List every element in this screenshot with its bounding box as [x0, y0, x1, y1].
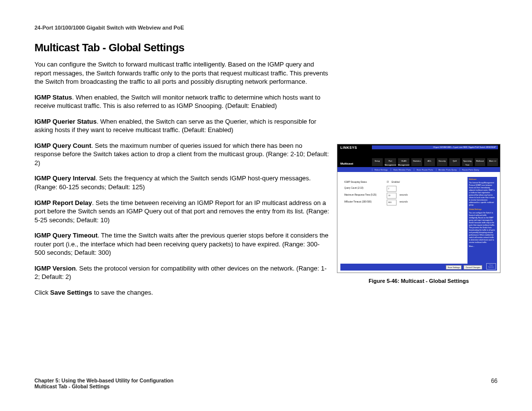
footer-line1: Chapter 5: Using the Web-based Utility f…: [34, 377, 173, 383]
item-label: IGMP Report Delay: [34, 199, 92, 206]
save-suffix: to save the changes.: [92, 289, 153, 296]
item-label: IGMP Query Timeout: [34, 232, 98, 239]
nav-tab[interactable]: Statistics: [411, 158, 422, 166]
item-label: IGMP Query Interval: [34, 174, 96, 182]
figure-screenshot: LINKSYS 24-port 10/100/1000 + 2-port min…: [337, 144, 500, 273]
active-section: Multicast: [340, 162, 353, 165]
save-settings-button[interactable]: Save Settings: [446, 265, 462, 270]
page-footer: 66 Chapter 5: Using the Web-based Utilit…: [34, 377, 498, 389]
nav-tab[interactable]: Multicast: [475, 158, 486, 166]
unit-label: seconds: [399, 193, 408, 199]
item-label: IGMP Version: [34, 265, 76, 272]
field-label: Maximum Response Time (5-25): [344, 193, 384, 199]
settings-form: IGMP Snooping Status☑Enabled Query Count…: [340, 177, 466, 265]
help-more-link[interactable]: More...: [469, 245, 496, 248]
subtab[interactable]: Member Ports Query: [436, 169, 457, 171]
subtab[interactable]: Static Member Ports: [391, 169, 411, 171]
unit-label: seconds: [399, 200, 408, 206]
help-heading: Multicast: [469, 178, 496, 181]
save-prefix: Click: [34, 289, 50, 296]
nav-tab[interactable]: VLAN Management: [398, 158, 409, 166]
help-text: The Internet Group Management Protocol (…: [469, 182, 496, 206]
text-input[interactable]: 10: [387, 193, 397, 199]
nav-tab[interactable]: Spanning Tree: [462, 158, 473, 166]
field-label: MRouter Timeout (300-500): [344, 200, 384, 206]
item-label: IGMP Querier Status: [34, 118, 97, 125]
body-text: You can configure the Switch to forward …: [34, 60, 330, 304]
cisco-logo: Cisco Systems: [486, 263, 496, 270]
checkbox-icon[interactable]: ☑: [387, 180, 389, 185]
subtab[interactable]: Router Ports Query: [460, 169, 479, 171]
doc-header: 24-Port 10/100/1000 Gigabit Switch with …: [34, 25, 498, 31]
text-input[interactable]: 2: [387, 186, 397, 192]
cancel-changes-button[interactable]: Cancel Changes: [464, 265, 482, 270]
nav-tab[interactable]: QoS: [449, 158, 460, 166]
item-text: . Sets the protocol version for compatib…: [34, 265, 327, 281]
help-panel: Multicast The Internet Group Management …: [467, 177, 497, 265]
save-bold: Save Settings: [50, 289, 92, 296]
nav-tab[interactable]: ACL: [424, 158, 435, 166]
field-label: Query Count (2-10): [344, 186, 384, 192]
item-label: IGMP Query Count: [34, 142, 91, 149]
intro-paragraph: You can configure the Switch to forward …: [34, 60, 330, 86]
product-bar: 24-port 10/100/1000 + 2-port mini GBIC G…: [372, 145, 498, 149]
footer-line2: Multicast Tab - Global Settings: [34, 383, 110, 389]
nav-tab[interactable]: Security: [437, 158, 448, 166]
help-heading: Global Settings: [469, 208, 496, 211]
brand-logo: LINKSYS: [340, 146, 357, 149]
nav-tab[interactable]: Port Management: [385, 158, 396, 166]
text-input[interactable]: 300: [387, 200, 397, 206]
item-label: IGMP Status: [34, 94, 72, 101]
item-text: . When enabled, the Switch will monitor …: [34, 94, 320, 110]
nav-tab[interactable]: More >>: [487, 158, 498, 166]
subtab[interactable]: Static Router Ports: [414, 169, 433, 171]
page-title: Multicast Tab - Global Settings: [34, 41, 498, 54]
nav-tab[interactable]: Setup: [372, 158, 383, 166]
page-number: 66: [491, 377, 498, 384]
subtab[interactable]: Global Settings: [372, 169, 388, 171]
field-value: Enabled: [392, 180, 400, 185]
field-label: IGMP Snooping Status: [344, 180, 384, 185]
help-text: You can configure the Switch to forward …: [469, 212, 496, 244]
figure-caption: Figure 5-46: Multicast - Global Settings: [337, 278, 500, 284]
